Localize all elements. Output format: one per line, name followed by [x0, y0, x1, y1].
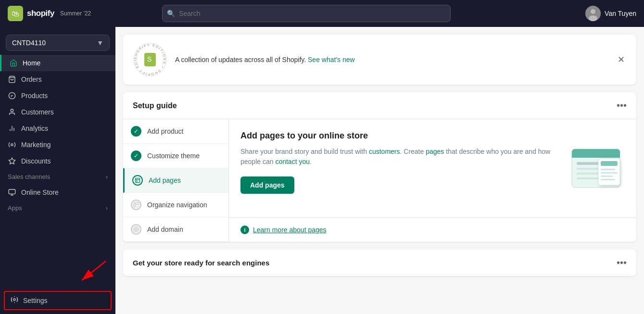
sales-channels-expand-icon: ›: [106, 174, 108, 180]
update-banner: SHOPIFY EDITIONS • SHOPIFY EDITIONS • S …: [123, 35, 636, 85]
sidebar-item-home[interactable]: Home: [0, 55, 115, 71]
sidebar-item-discounts[interactable]: Discounts: [0, 153, 115, 169]
step-add-product[interactable]: ✓ Add product: [123, 119, 228, 144]
sidebar-item-analytics-label: Analytics: [21, 125, 48, 132]
svg-line-16: [82, 261, 106, 280]
svg-rect-38: [601, 169, 615, 170]
setup-guide-card: Setup guide ••• ✓ Add product ✓ Customiz…: [123, 92, 636, 242]
apps-section[interactable]: Apps ›: [0, 201, 115, 215]
topbar-logo: 🛍 shopify Summer '22: [8, 6, 91, 21]
step-check-organize-navigation: [131, 200, 141, 210]
step-detail-title: Add pages to your online store: [240, 131, 556, 141]
svg-rect-12: [9, 189, 15, 194]
banner-link[interactable]: See what's new: [308, 56, 355, 63]
step-add-product-label: Add product: [147, 127, 184, 135]
step-detail-content: Add pages to your online store Share you…: [240, 131, 556, 206]
settings-icon: [11, 296, 18, 305]
discounts-icon: [8, 157, 16, 165]
apps-expand-icon: ›: [106, 205, 108, 212]
svg-text:🛍: 🛍: [12, 10, 19, 18]
online-store-icon: [8, 188, 16, 197]
shopify-editions-logo: SHOPIFY EDITIONS • SHOPIFY EDITIONS • S: [133, 42, 167, 77]
sidebar-item-customers-label: Customers: [21, 108, 54, 116]
sidebar-item-marketing-label: Marketing: [21, 141, 51, 149]
svg-point-3: [591, 9, 595, 14]
search-bar[interactable]: 🔍: [162, 5, 451, 22]
sidebar-item-home-label: Home: [23, 59, 40, 67]
orders-icon: [8, 75, 16, 84]
step-add-pages-label: Add pages: [149, 176, 181, 184]
step-organize-navigation-label: Organize navigation: [147, 201, 207, 209]
topbar-right: Van Tuyen: [585, 6, 636, 21]
settings-label: Settings: [23, 297, 48, 304]
svg-rect-37: [601, 161, 618, 166]
svg-point-4: [589, 15, 597, 21]
svg-point-7: [11, 109, 13, 112]
svg-rect-31: [572, 155, 620, 158]
sales-channels-label: Sales channels: [8, 173, 50, 180]
setup-guide-body: ✓ Add product ✓ Customize theme Add page…: [123, 119, 636, 242]
topbar: 🛍 shopify Summer '22 🔍 Van Tuyen: [0, 0, 644, 27]
search-icon: 🔍: [167, 10, 175, 17]
setup-guide-menu-button[interactable]: •••: [617, 100, 627, 111]
season-label: Summer '22: [60, 10, 91, 17]
step-check-add-domain: [131, 224, 141, 235]
desc-highlight-3: contact you: [275, 158, 310, 165]
customers-icon: [8, 108, 16, 116]
sidebar-item-orders[interactable]: Orders: [0, 71, 115, 88]
search-input[interactable]: [162, 5, 451, 22]
seo-card-menu-button[interactable]: •••: [617, 257, 627, 268]
learn-more-section: i Learn more about pages: [229, 217, 636, 242]
sidebar: CNTD4110 ▼ Home Orders Products: [0, 27, 115, 314]
step-detail-image: [567, 131, 625, 206]
logo-text: shopify: [27, 9, 54, 18]
step-detail-container: Add pages to your online store Share you…: [229, 119, 636, 242]
settings-item[interactable]: Settings: [4, 291, 112, 310]
step-add-pages[interactable]: Add pages: [123, 168, 228, 193]
step-check-customize-theme: ✓: [131, 151, 141, 161]
info-icon: i: [240, 226, 249, 234]
products-icon: [8, 91, 16, 100]
seo-card: Get your store ready for search engines …: [123, 250, 636, 276]
svg-rect-35: [577, 177, 601, 179]
step-check-add-product: ✓: [131, 126, 141, 137]
svg-point-17: [13, 299, 15, 301]
sidebar-item-orders-label: Orders: [21, 75, 42, 83]
step-organize-navigation[interactable]: Organize navigation: [123, 193, 228, 217]
avatar[interactable]: [585, 6, 601, 21]
desc-highlight-2: pages: [426, 148, 444, 155]
svg-text:S: S: [147, 55, 152, 63]
sidebar-item-products[interactable]: Products: [0, 88, 115, 104]
sidebar-bottom: Settings: [0, 285, 115, 310]
step-detail-description: Share your brand story and build trust w…: [240, 147, 556, 167]
desc-highlight-1: customers: [369, 148, 400, 155]
learn-more-link[interactable]: Learn more about pages: [253, 226, 327, 234]
seo-card-title: Get your store ready for search engines: [133, 259, 269, 267]
step-add-domain[interactable]: Add domain: [123, 217, 228, 242]
svg-rect-26: [136, 203, 139, 205]
step-add-domain-label: Add domain: [147, 226, 183, 233]
step-detail: Add pages to your online store Share you…: [229, 119, 636, 217]
svg-rect-40: [601, 176, 613, 177]
step-check-add-pages: [132, 175, 143, 186]
sidebar-item-analytics[interactable]: Analytics: [0, 120, 115, 137]
svg-point-11: [11, 144, 13, 146]
banner-description: A collection of updates across all of Sh…: [175, 56, 306, 63]
sidebar-item-customers[interactable]: Customers: [0, 104, 115, 120]
store-selector[interactable]: CNTD4110 ▼: [6, 35, 110, 51]
sidebar-item-online-store-label: Online Store: [21, 188, 59, 196]
sidebar-item-discounts-label: Discounts: [21, 157, 51, 165]
apps-label: Apps: [8, 204, 22, 212]
svg-rect-22: [136, 178, 140, 183]
home-icon: [9, 59, 18, 67]
sidebar-item-marketing[interactable]: Marketing: [0, 137, 115, 153]
step-customize-theme[interactable]: ✓ Customize theme: [123, 144, 228, 168]
banner-close-button[interactable]: ✕: [616, 52, 627, 67]
sidebar-item-online-store[interactable]: Online Store: [0, 184, 115, 201]
step-customize-theme-label: Customize theme: [147, 152, 200, 160]
sales-channels-section[interactable]: Sales channels ›: [0, 169, 115, 184]
add-pages-button[interactable]: Add pages: [240, 176, 294, 194]
red-arrow-indicator: [72, 256, 111, 285]
shopify-logo-icon: 🛍: [8, 6, 23, 21]
main-content: SHOPIFY EDITIONS • SHOPIFY EDITIONS • S …: [115, 27, 644, 314]
